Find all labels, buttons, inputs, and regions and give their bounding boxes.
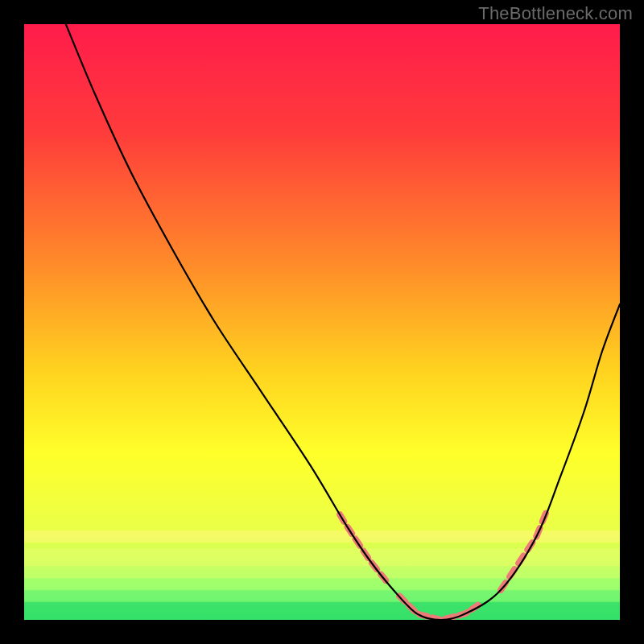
bottom-band [24, 566, 620, 578]
watermark-text: TheBottleneck.com [478, 3, 633, 24]
bottom-band [24, 602, 620, 620]
bottom-band [24, 590, 620, 602]
chart-frame: TheBottleneck.com [0, 0, 644, 644]
bottom-band [24, 578, 620, 590]
chart-svg [24, 24, 620, 620]
plot-area [24, 24, 620, 620]
